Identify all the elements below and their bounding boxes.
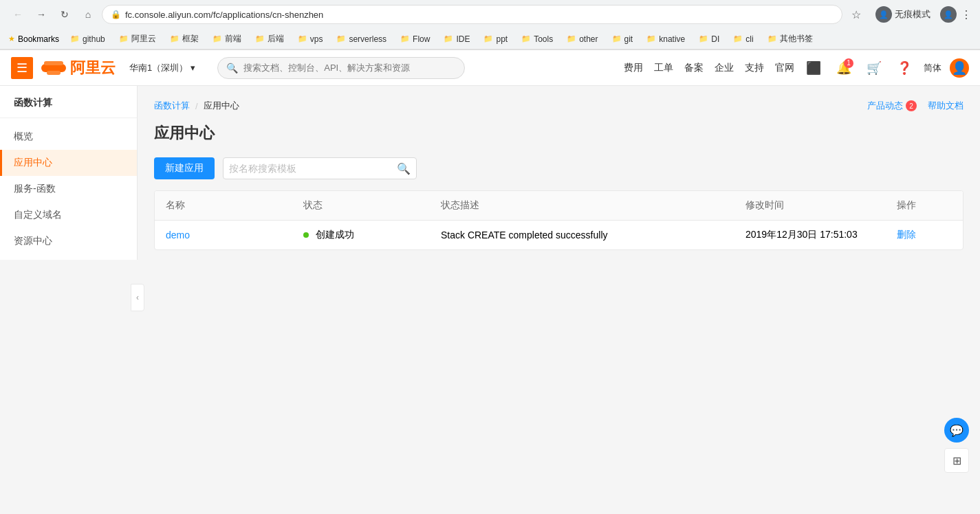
bookmarks-bar: ★ Bookmarks 📁 github 📁 阿里云 📁 框架 📁 前端 📁 后…	[0, 29, 980, 49]
bookmark-other[interactable]: 📁 other	[561, 33, 603, 45]
nav-official-link[interactable]: 官网	[775, 62, 794, 74]
lock-icon: 🔒	[111, 10, 121, 19]
browser-controls: ← → ↻ ⌂ 🔒 fc.console.aliyun.com/fc/appli…	[0, 0, 980, 29]
row-action-cell: 删除	[897, 229, 952, 241]
bookmark-folder-icon: 📁	[119, 34, 129, 43]
nav-enterprise-link[interactable]: 企业	[715, 62, 734, 74]
user-profile-avatar[interactable]: 👤	[940, 6, 957, 23]
forward-button[interactable]: →	[32, 5, 51, 24]
screen-button[interactable]: ⬛	[803, 57, 825, 79]
user-avatar[interactable]: 👤	[950, 58, 969, 78]
content-header-actions: 产品动态 2 帮助文档	[867, 100, 963, 112]
bookmark-folder-icon: 📁	[400, 34, 410, 43]
bookmark-folder-icon: 📁	[170, 34, 179, 43]
app-table: 名称 状态 状态描述 修改时间 操作 demo 创建成功 Stack CREAT…	[154, 190, 963, 250]
bookmark-folder-icon: 📁	[70, 34, 80, 43]
row-status-cell: 创建成功	[303, 229, 441, 241]
breadcrumb-functions-link[interactable]: 函数计算	[154, 100, 190, 112]
nav-ticket-link[interactable]: 工单	[654, 62, 673, 74]
page-title: 应用中心	[154, 123, 963, 144]
top-search-input[interactable]	[243, 63, 456, 73]
grid-button[interactable]: ⊞	[944, 448, 969, 473]
sidebar-nav: 概览 应用中心 服务-函数 自定义域名 资源中心	[0, 118, 137, 260]
bookmark-aliyun[interactable]: 📁 阿里云	[113, 32, 162, 46]
extension-icon: ⋮	[961, 8, 972, 21]
sidebar-wrapper: 函数计算 概览 应用中心 服务-函数 自定义域名 资源中心	[0, 86, 138, 509]
nav-icp-link[interactable]: 备案	[684, 62, 704, 74]
browser-chrome: ← → ↻ ⌂ 🔒 fc.console.aliyun.com/fc/appli…	[0, 0, 980, 50]
new-app-button[interactable]: 新建应用	[154, 157, 215, 179]
nav-support-link[interactable]: 支持	[745, 62, 764, 74]
bookmark-serverless[interactable]: 📁 serverless	[331, 33, 392, 45]
search-template-input[interactable]	[229, 163, 394, 174]
status-label: 创建成功	[316, 229, 354, 240]
bookmark-frontend[interactable]: 📁 前端	[207, 32, 247, 46]
refresh-button[interactable]: ↻	[55, 5, 74, 24]
notification-button[interactable]: 🔔 1	[833, 57, 855, 79]
url-text: fc.console.aliyun.com/fc/applications/cn…	[125, 10, 834, 20]
user-name-link[interactable]: 简体	[924, 62, 941, 74]
bookmark-ppt[interactable]: 📁 ppt	[478, 33, 513, 45]
region-selector[interactable]: 华南1（深圳） ▾	[129, 62, 195, 74]
bookmark-other-bookmarks[interactable]: 📁 其他书签	[762, 32, 818, 46]
nav-cost-link[interactable]: 费用	[624, 62, 643, 74]
search-template-button[interactable]: 🔍	[397, 162, 411, 175]
help-doc-link[interactable]: 帮助文档	[928, 100, 963, 112]
aliyun-logo-icon	[41, 58, 66, 78]
bookmark-framework[interactable]: 📁 框架	[164, 32, 204, 46]
bookmark-folder-icon: 📁	[567, 34, 576, 43]
chat-button[interactable]: 💬	[944, 418, 969, 443]
hamburger-button[interactable]: ☰	[11, 57, 33, 79]
sidebar-item-label: 概览	[14, 131, 33, 143]
bookmark-knative[interactable]: 📁 knative	[641, 33, 690, 45]
bookmark-vps[interactable]: 📁 vps	[292, 33, 329, 45]
app-container: ☰ 阿里云 华南1（深圳） ▾ 🔍 费用 工单 备案 企业 支持 官网 ⬛	[0, 50, 980, 509]
bookmark-di[interactable]: 📁 DI	[693, 33, 725, 45]
col-header-time: 修改时间	[745, 199, 897, 212]
cart-button[interactable]: 🛒	[863, 57, 885, 79]
bookmark-folder-icon: 📁	[444, 34, 453, 43]
search-template-bar[interactable]: 🔍	[223, 157, 417, 179]
bookmark-star-button[interactable]: ☆	[847, 5, 866, 24]
breadcrumb-current: 应用中心	[204, 100, 239, 112]
bookmark-ide[interactable]: 📁 IDE	[438, 33, 475, 45]
search-icon: 🔍	[226, 63, 238, 74]
bookmark-github[interactable]: 📁 github	[65, 33, 111, 45]
bookmark-folder-icon: 📁	[733, 34, 743, 43]
bookmark-tools[interactable]: 📁 Tools	[516, 33, 558, 45]
help-button[interactable]: ❓	[893, 57, 915, 79]
sidebar-item-overview[interactable]: 概览	[0, 124, 137, 150]
bookmark-git[interactable]: 📁 git	[607, 33, 639, 45]
sidebar-item-label: 资源中心	[14, 235, 52, 247]
address-bar[interactable]: 🔒 fc.console.aliyun.com/fc/applications/…	[102, 5, 842, 24]
app-name-link[interactable]: demo	[166, 230, 190, 241]
sidebar-item-label: 应用中心	[14, 157, 52, 169]
incognito-button[interactable]: 👤 无痕模式	[870, 6, 936, 23]
bookmark-folder-icon: 📁	[699, 34, 708, 43]
bookmark-backend[interactable]: 📁 后端	[250, 32, 290, 46]
sidebar-item-resource-center[interactable]: 资源中心	[0, 228, 137, 254]
breadcrumb: 函数计算 / 应用中心	[154, 100, 963, 112]
sidebar-item-service-function[interactable]: 服务-函数	[0, 176, 137, 202]
back-button[interactable]: ←	[8, 5, 28, 24]
update-badge: 2	[906, 100, 917, 111]
bookmark-flow[interactable]: 📁 Flow	[395, 33, 435, 45]
row-time-cell: 2019年12月30日 17:51:03	[745, 229, 897, 241]
top-nav: ☰ 阿里云 华南1（深圳） ▾ 🔍 费用 工单 备案 企业 支持 官网 ⬛	[0, 50, 980, 86]
top-search-bar[interactable]: 🔍	[217, 57, 465, 79]
sidebar: 函数计算 概览 应用中心 服务-函数 自定义域名 资源中心	[0, 86, 138, 260]
sidebar-title: 函数计算	[0, 86, 137, 118]
sidebar-collapse-button[interactable]: ‹	[131, 284, 144, 311]
row-name-cell: demo	[166, 230, 303, 241]
sidebar-item-app-center[interactable]: 应用中心	[0, 150, 137, 176]
home-button[interactable]: ⌂	[78, 5, 98, 24]
delete-link[interactable]: 删除	[897, 229, 916, 240]
bookmark-folder-icon: 📁	[213, 34, 222, 43]
region-label: 华南1（深圳）	[129, 62, 188, 74]
product-update-link[interactable]: 产品动态 2	[867, 100, 917, 112]
bookmark-folder-icon: 📁	[521, 34, 531, 43]
sidebar-item-custom-domain[interactable]: 自定义域名	[0, 202, 137, 228]
bookmark-folder-icon: 📁	[255, 34, 265, 43]
status-dot-success	[303, 232, 309, 238]
bookmark-cli[interactable]: 📁 cli	[728, 33, 759, 45]
